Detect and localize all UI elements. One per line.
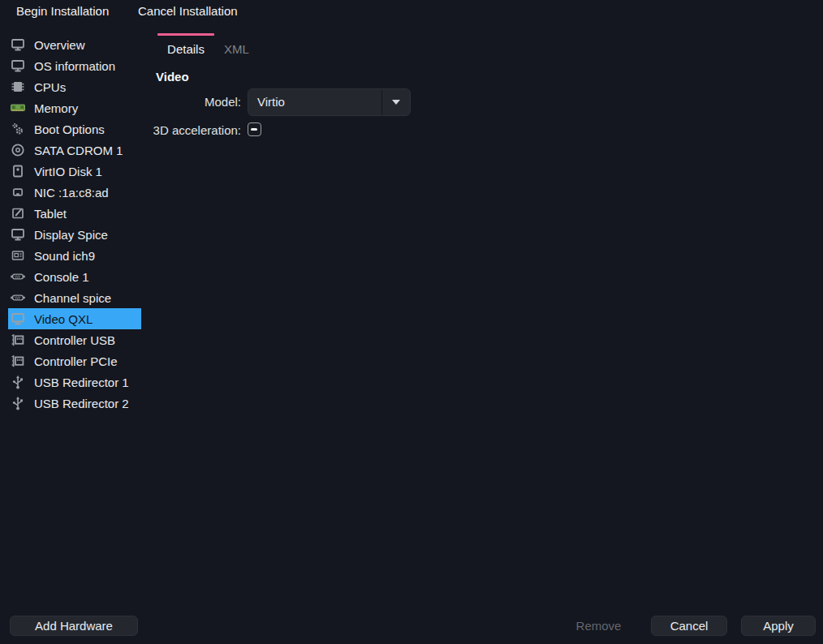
add-hardware-button[interactable]: Add Hardware — [10, 616, 138, 636]
sidebar-item-usb-redirector-2[interactable]: USB Redirector 2 — [8, 393, 141, 414]
sidebar-item-os-information[interactable]: OS information — [8, 55, 141, 76]
sidebar-item-controller-usb[interactable]: Controller USB — [8, 329, 141, 350]
sidebar-item-virtio-disk-1[interactable]: VirtIO Disk 1 — [8, 161, 141, 182]
sidebar-item-display-spice[interactable]: Display Spice — [8, 224, 141, 245]
model-label: Model: — [140, 88, 241, 116]
sidebar-item-channel-spice[interactable]: Channel spice — [8, 287, 141, 308]
combobox-dropdown-button[interactable] — [382, 89, 410, 115]
video-model-value: Virtio — [248, 89, 381, 115]
monitor-icon — [10, 226, 26, 243]
cpu-icon — [10, 79, 26, 95]
monitor-icon — [10, 36, 26, 53]
3d-acceleration-checkbox[interactable] — [248, 122, 261, 136]
tab-details[interactable]: Details — [157, 37, 214, 60]
soundcard-icon — [10, 247, 26, 264]
hardware-list: Overview OS information CPUs Memory Boot… — [0, 34, 149, 414]
network-icon — [10, 184, 26, 200]
cancel-installation-button[interactable]: Cancel Installation — [138, 0, 238, 21]
active-tab-indicator — [157, 33, 214, 36]
3d-acceleration-label: 3D acceleration: — [107, 122, 241, 138]
sidebar-item-memory[interactable]: Memory — [8, 97, 141, 118]
serial-port-icon — [10, 290, 26, 306]
video-section-title: Video — [156, 70, 189, 84]
memory-icon — [10, 100, 26, 116]
chevron-down-icon — [392, 100, 400, 105]
serial-port-icon — [10, 268, 26, 285]
apply-button[interactable]: Apply — [741, 616, 816, 636]
usb-icon — [10, 395, 26, 411]
tab-xml[interactable]: XML — [214, 37, 259, 60]
monitor-icon — [10, 311, 26, 327]
sidebar-item-sata-cdrom-1[interactable]: SATA CDROM 1 — [8, 140, 141, 161]
sidebar-item-usb-redirector-1[interactable]: USB Redirector 1 — [8, 371, 141, 393]
monitor-icon — [10, 58, 26, 74]
sidebar-item-nic-1a-c8-ad[interactable]: NIC :1a:c8:ad — [8, 182, 141, 203]
disc-icon — [10, 142, 26, 158]
remove-button[interactable]: Remove — [568, 616, 629, 636]
video-model-combobox[interactable]: Virtio — [248, 88, 411, 116]
begin-installation-button[interactable]: Begin Installation — [16, 0, 109, 21]
sidebar-item-console-1[interactable]: Console 1 — [8, 266, 141, 287]
sidebar-item-cpus[interactable]: CPUs — [8, 76, 141, 97]
sidebar-item-controller-pcie[interactable]: Controller PCIe — [8, 350, 141, 371]
vm-creation-window: Begin Installation Cancel Installation O… — [0, 0, 823, 644]
sidebar-item-video-qxl[interactable]: Video QXL — [8, 308, 141, 329]
pci-card-icon — [10, 332, 26, 348]
gears-icon — [10, 121, 26, 137]
pci-card-icon — [10, 353, 26, 369]
sidebar-item-sound-ich9[interactable]: Sound ich9 — [8, 245, 141, 266]
cancel-button[interactable]: Cancel — [651, 616, 727, 636]
sidebar-item-tablet[interactable]: Tablet — [8, 203, 141, 224]
disk-icon — [10, 163, 26, 179]
sidebar-item-overview[interactable]: Overview — [8, 34, 141, 55]
tablet-icon — [10, 205, 26, 221]
usb-icon — [10, 374, 26, 390]
